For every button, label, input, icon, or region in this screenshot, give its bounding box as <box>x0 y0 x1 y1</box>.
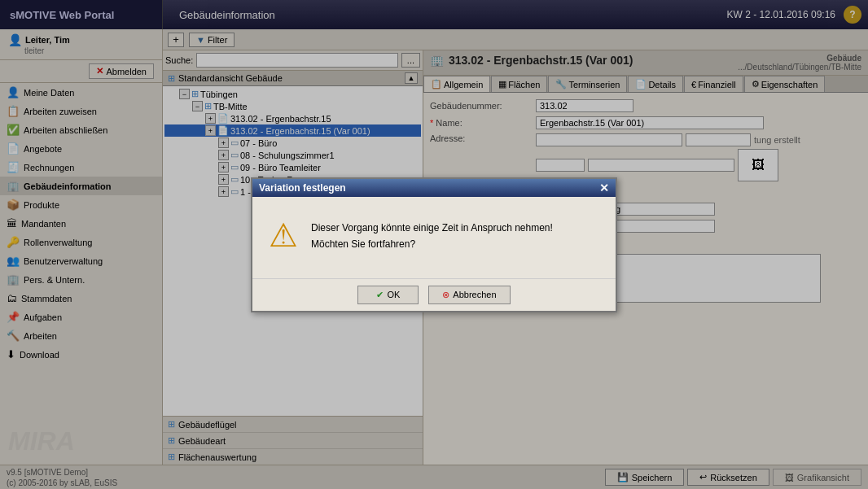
message-line2: Möchten Sie fortfahren? <box>311 236 553 252</box>
modal-close-button[interactable]: ✕ <box>599 182 609 194</box>
cancel-icon: ⊗ <box>442 290 449 300</box>
modal-message: Dieser Vorgang könnte einige Zeit in Ans… <box>311 216 553 259</box>
warning-icon: ⚠ <box>269 216 298 259</box>
modal-body: ⚠ Dieser Vorgang könnte einige Zeit in A… <box>252 197 616 278</box>
message-line1: Dieser Vorgang könnte einige Zeit in Ans… <box>311 220 553 236</box>
modal-ok-button[interactable]: ✔ OK <box>357 286 419 304</box>
modal-titlebar: Variation festlegen ✕ <box>252 179 616 197</box>
cancel-label: Abbrechen <box>453 290 496 299</box>
modal-footer: ✔ OK ⊗ Abbrechen <box>252 278 616 311</box>
ok-label: OK <box>387 290 400 299</box>
modal-overlay: Variation festlegen ✕ ⚠ Dieser Vorgang k… <box>0 0 868 489</box>
ok-icon: ✔ <box>376 290 384 300</box>
modal-dialog: Variation festlegen ✕ ⚠ Dieser Vorgang k… <box>251 177 617 312</box>
modal-title: Variation festlegen <box>259 182 346 194</box>
modal-cancel-button[interactable]: ⊗ Abbrechen <box>428 286 510 304</box>
